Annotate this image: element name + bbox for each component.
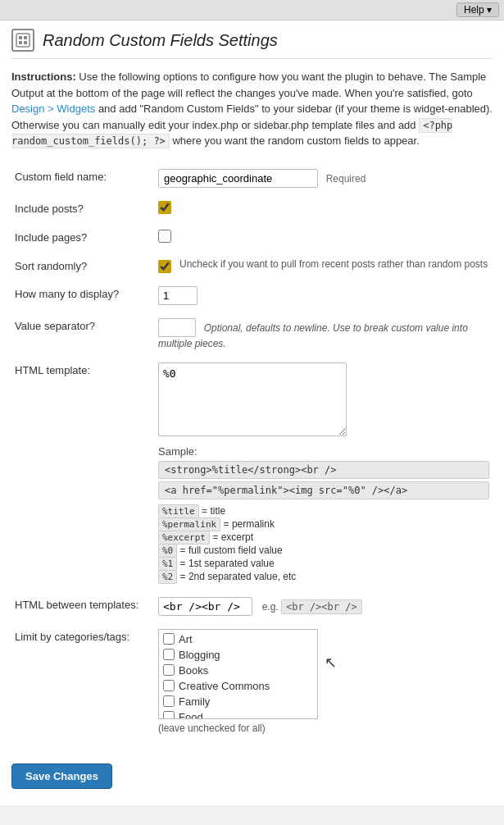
categories-listbox[interactable]: Art Blogging Books Creative Commons xyxy=(158,629,318,719)
include-posts-checkbox[interactable] xyxy=(158,201,171,214)
field-name-label: Custom field name: xyxy=(11,162,155,194)
category-art[interactable]: Art xyxy=(161,631,316,647)
include-posts-label: Include posts? xyxy=(11,194,155,223)
value-separator-label: Value separator? xyxy=(11,312,155,356)
sort-randomly-checkbox[interactable] xyxy=(158,260,171,273)
categories-row: Limit by categories/tags: Art Blogging xyxy=(11,622,493,741)
html-template-textarea[interactable]: %0 xyxy=(158,362,347,436)
include-pages-label: Include pages? xyxy=(11,223,155,252)
settings-form: Custom field name: Required Include post… xyxy=(11,162,493,741)
help-bar: Help ▾ xyxy=(0,0,504,21)
cat-checkbox-art[interactable] xyxy=(163,633,175,645)
svg-rect-2 xyxy=(24,36,27,39)
separator-note: Optional, defaults to newline. Use to br… xyxy=(158,322,468,349)
cat-checkbox-family[interactable] xyxy=(163,695,175,707)
cat-checkbox-blogging[interactable] xyxy=(163,649,175,660)
save-section: Save Changes xyxy=(11,750,493,789)
page-title: Random Custom Fields Settings xyxy=(43,31,278,50)
sample-code-2: <a href="%permalink"><img src="%0" /></a… xyxy=(158,481,489,499)
how-many-input[interactable] xyxy=(158,286,198,305)
how-many-label: How many to display? xyxy=(11,280,155,312)
between-templates-row: HTML between templates: e.g. <br /><br /… xyxy=(11,590,493,622)
leave-unchecked: (leave unchecked for all) xyxy=(158,722,489,734)
svg-rect-1 xyxy=(19,36,22,39)
category-food[interactable]: Food xyxy=(161,709,316,719)
sort-note: Uncheck if you want to pull from recent … xyxy=(179,258,488,270)
between-templates-label: HTML between templates: xyxy=(11,590,155,622)
categories-container: Art Blogging Books Creative Commons xyxy=(158,629,489,719)
sample-label: Sample: xyxy=(158,445,489,458)
save-changes-button[interactable]: Save Changes xyxy=(11,763,112,789)
field-name-row: Custom field name: Required xyxy=(11,162,493,194)
cursor-icon: ↖ xyxy=(325,654,337,672)
how-many-row: How many to display? xyxy=(11,280,493,312)
html-template-label: HTML template: xyxy=(11,356,155,590)
instructions: Instructions: Use the following options … xyxy=(11,69,493,149)
include-pages-checkbox[interactable] xyxy=(158,230,171,243)
include-posts-row: Include posts? xyxy=(11,194,493,223)
value-separator-row: Value separator? Optional, defaults to n… xyxy=(11,312,493,356)
svg-rect-4 xyxy=(24,41,27,44)
category-books[interactable]: Books xyxy=(161,663,316,678)
svg-rect-0 xyxy=(16,34,30,47)
sample-section: Sample: <strong>%title</strong><br /> <a… xyxy=(158,445,489,582)
sort-randomly-row: Sort randomly? Uncheck if you want to pu… xyxy=(11,252,493,280)
page-icon xyxy=(11,29,34,52)
between-eg: e.g. <br /><br /> xyxy=(262,601,362,613)
sort-randomly-label: Sort randomly? xyxy=(11,252,155,280)
html-template-row: HTML template: %0 Sample: <strong>%title… xyxy=(11,356,493,590)
category-creative-commons[interactable]: Creative Commons xyxy=(161,678,316,694)
help-button[interactable]: Help ▾ xyxy=(456,2,499,17)
cat-checkbox-books[interactable] xyxy=(163,664,175,676)
design-widgets-link[interactable]: Design > Widgets xyxy=(11,103,95,115)
template-tags: %title = title %permalink = permalink %e… xyxy=(158,505,489,582)
cat-checkbox-creative-commons[interactable] xyxy=(163,680,175,691)
cat-checkbox-food[interactable] xyxy=(163,711,175,719)
category-family[interactable]: Family xyxy=(161,694,316,709)
category-blogging[interactable]: Blogging xyxy=(161,647,316,663)
include-pages-row: Include pages? xyxy=(11,223,493,252)
sample-code-1: <strong>%title</strong><br /> xyxy=(158,461,489,479)
field-name-input[interactable] xyxy=(158,169,318,188)
value-separator-input[interactable] xyxy=(158,318,196,337)
categories-label: Limit by categories/tags: xyxy=(11,622,155,741)
svg-rect-3 xyxy=(19,41,22,44)
between-templates-input[interactable] xyxy=(158,597,252,616)
required-label: Required xyxy=(326,173,366,185)
